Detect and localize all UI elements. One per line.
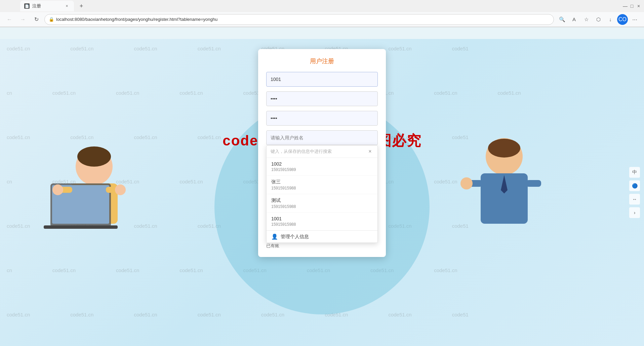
- address-bar[interactable]: 🔒 localhost:8080/baoxianhetong/front/pag…: [44, 14, 554, 25]
- name-field-container: 键入，从保存的信息中进行搜索 × 100215915915989张三159159…: [266, 130, 378, 145]
- tab-title: 注册: [32, 3, 41, 9]
- dialog-overlay: 用户注册 键入，从保存的信息中进行搜索: [0, 39, 644, 346]
- browser-chrome: 📄 注册 × + — □ × ← → ↻ 🔒 localhost:8080/ba…: [0, 0, 644, 27]
- dropdown-item-phone: 15915915988: [271, 204, 373, 209]
- back-button[interactable]: ←: [4, 14, 15, 25]
- confirm-password-field: [266, 111, 378, 126]
- dropdown-footer[interactable]: 👤 管理个人信息: [267, 230, 377, 243]
- password-input[interactable]: [266, 91, 378, 106]
- search-icon-btn[interactable]: 🔍: [557, 14, 567, 25]
- nav-bar: ← → ↻ 🔒 localhost:8080/baoxianhetong/fro…: [0, 12, 644, 27]
- lock-icon: 🔒: [49, 17, 54, 22]
- translate-icon-btn[interactable]: A: [569, 14, 579, 25]
- url-text: localhost:8080/baoxianhetong/front/pages…: [56, 17, 550, 22]
- reload-button[interactable]: ↻: [31, 14, 42, 25]
- active-tab[interactable]: 📄 注册 ×: [20, 1, 74, 11]
- manage-profile-icon: 👤: [271, 233, 278, 240]
- password-field: [266, 91, 378, 106]
- dropdown-close-button[interactable]: ×: [367, 148, 373, 155]
- sidebar-icons: 中 🔵 ↔ ›: [629, 167, 640, 218]
- dropdown-item-name: 测试: [271, 198, 373, 204]
- register-dialog: 用户注册 键入，从保存的信息中进行搜索: [258, 49, 386, 257]
- downloads-icon-btn[interactable]: ↓: [605, 14, 616, 25]
- dropdown-item-name: 1002: [271, 161, 373, 167]
- profile-avatar[interactable]: CO: [617, 14, 628, 25]
- already-account-text: 已有账: [266, 243, 279, 248]
- window-close-button[interactable]: ×: [636, 3, 641, 9]
- dropdown-item-name: 张三: [271, 179, 373, 185]
- dropdown-item[interactable]: 100215915915989: [267, 158, 377, 176]
- star-icon-btn[interactable]: ☆: [581, 14, 592, 25]
- sidebar-dot-button[interactable]: 🔵: [629, 180, 640, 191]
- new-tab-button[interactable]: +: [77, 1, 86, 11]
- dropdown-item[interactable]: 100115915915988: [267, 213, 377, 230]
- dropdown-scroll-area[interactable]: 100215915915989张三15915915988测试1591591598…: [267, 158, 377, 230]
- tab-favicon: 📄: [24, 3, 30, 9]
- forward-button[interactable]: →: [17, 14, 28, 25]
- username-field: [266, 72, 378, 87]
- username-input[interactable]: [266, 72, 378, 87]
- dropdown-item[interactable]: 张三15915915988: [267, 176, 377, 194]
- dropdown-item-phone: 15915915988: [271, 222, 373, 227]
- confirm-password-input[interactable]: [266, 111, 378, 126]
- sidebar-arrow-button[interactable]: ›: [629, 207, 640, 218]
- dropdown-item-phone: 15915915988: [271, 186, 373, 190]
- dropdown-item[interactable]: 测试15915915988: [267, 194, 377, 213]
- manage-profile-label: 管理个人信息: [281, 234, 309, 240]
- dropdown-item-name: 1001: [271, 216, 373, 221]
- maximize-button[interactable]: □: [629, 3, 635, 9]
- extensions-icon-btn[interactable]: ⬡: [593, 14, 604, 25]
- minimize-button[interactable]: —: [622, 3, 628, 9]
- sidebar-zh-button[interactable]: 中: [629, 167, 640, 178]
- title-bar: 📄 注册 × + — □ ×: [0, 0, 644, 12]
- page-background: code51.cncode51.cncode51.cncode51.cncode…: [0, 39, 644, 346]
- dropdown-search-hint: 键入，从保存的信息中进行搜索: [271, 148, 364, 155]
- name-input[interactable]: [266, 130, 378, 145]
- nav-icons: 🔍 A ☆ ⬡ ↓ CO ⋯: [557, 14, 640, 25]
- dialog-footer: 已有账: [266, 243, 378, 249]
- dropdown-item-phone: 15915915989: [271, 167, 373, 172]
- dropdown-search-row: 键入，从保存的信息中进行搜索 ×: [267, 145, 377, 158]
- autocomplete-dropdown: 键入，从保存的信息中进行搜索 × 100215915915989张三159159…: [266, 145, 378, 243]
- sidebar-swap-button[interactable]: ↔: [629, 194, 640, 205]
- dialog-title: 用户注册: [266, 57, 378, 65]
- menu-button[interactable]: ⋯: [629, 14, 640, 25]
- tab-close-button[interactable]: ×: [64, 3, 70, 9]
